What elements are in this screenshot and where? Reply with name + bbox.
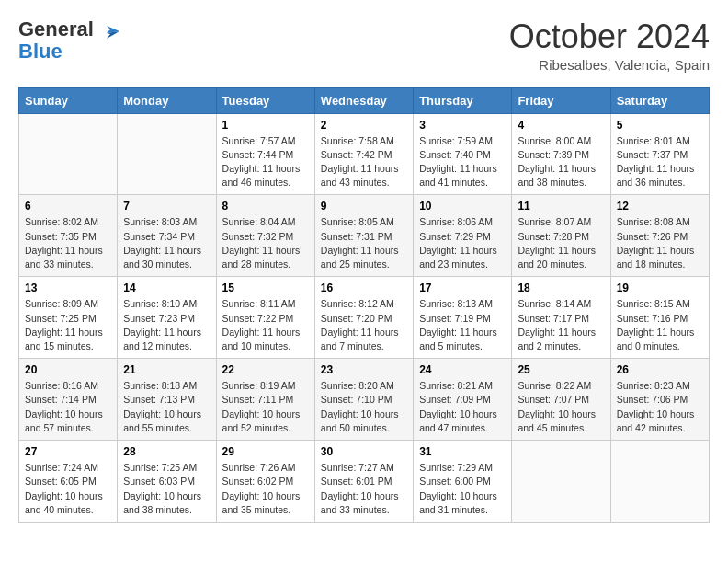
location: Ribesalbes, Valencia, Spain xyxy=(509,57,710,73)
calendar-cell: 9Sunrise: 8:05 AM Sunset: 7:31 PM Daylig… xyxy=(314,195,413,277)
calendar-cell xyxy=(19,113,118,195)
day-info: Sunrise: 8:19 AM Sunset: 7:11 PM Dayligh… xyxy=(222,379,309,435)
day-info: Sunrise: 8:16 AM Sunset: 7:14 PM Dayligh… xyxy=(25,379,111,435)
logo-bird-icon xyxy=(99,24,119,40)
day-number: 16 xyxy=(321,282,407,294)
day-info: Sunrise: 8:10 AM Sunset: 7:23 PM Dayligh… xyxy=(123,297,210,353)
day-info: Sunrise: 8:18 AM Sunset: 7:13 PM Dayligh… xyxy=(123,379,210,435)
day-number: 31 xyxy=(419,445,506,458)
calendar-cell: 23Sunrise: 8:20 AM Sunset: 7:10 PM Dayli… xyxy=(314,359,413,441)
day-info: Sunrise: 8:15 AM Sunset: 7:16 PM Dayligh… xyxy=(617,297,703,353)
day-info: Sunrise: 8:07 AM Sunset: 7:28 PM Dayligh… xyxy=(518,215,604,271)
calendar-cell xyxy=(512,441,610,523)
calendar-cell: 30Sunrise: 7:27 AM Sunset: 6:01 PM Dayli… xyxy=(314,441,413,523)
day-info: Sunrise: 8:20 AM Sunset: 7:10 PM Dayligh… xyxy=(321,379,407,435)
day-info: Sunrise: 8:22 AM Sunset: 7:07 PM Dayligh… xyxy=(518,379,604,435)
day-info: Sunrise: 8:13 AM Sunset: 7:19 PM Dayligh… xyxy=(419,297,506,353)
calendar-week-2: 6Sunrise: 8:02 AM Sunset: 7:35 PM Daylig… xyxy=(19,195,710,277)
day-number: 19 xyxy=(617,282,703,294)
calendar-week-5: 27Sunrise: 7:24 AM Sunset: 6:05 PM Dayli… xyxy=(19,441,710,523)
day-info: Sunrise: 8:01 AM Sunset: 7:37 PM Dayligh… xyxy=(617,134,703,190)
calendar-cell: 29Sunrise: 7:26 AM Sunset: 6:02 PM Dayli… xyxy=(216,441,314,523)
day-number: 8 xyxy=(222,200,309,213)
calendar-cell: 22Sunrise: 8:19 AM Sunset: 7:11 PM Dayli… xyxy=(216,359,314,441)
calendar-cell: 12Sunrise: 8:08 AM Sunset: 7:26 PM Dayli… xyxy=(610,195,709,277)
calendar-cell xyxy=(118,113,216,195)
calendar-cell: 14Sunrise: 8:10 AM Sunset: 7:23 PM Dayli… xyxy=(118,277,216,359)
day-info: Sunrise: 8:08 AM Sunset: 7:26 PM Dayligh… xyxy=(617,215,703,271)
day-info: Sunrise: 8:05 AM Sunset: 7:31 PM Dayligh… xyxy=(321,215,407,271)
day-info: Sunrise: 7:24 AM Sunset: 6:05 PM Dayligh… xyxy=(25,461,111,517)
day-info: Sunrise: 7:29 AM Sunset: 6:00 PM Dayligh… xyxy=(419,461,506,517)
page-header: General Blue October 2024 Ribesalbes, Va… xyxy=(18,18,710,73)
day-number: 13 xyxy=(25,282,111,294)
weekday-header-sunday: Sunday xyxy=(19,87,118,113)
day-number: 15 xyxy=(222,282,309,294)
day-info: Sunrise: 8:09 AM Sunset: 7:25 PM Dayligh… xyxy=(25,297,111,353)
weekday-header-wednesday: Wednesday xyxy=(314,87,413,113)
month-title: October 2024 xyxy=(509,18,710,55)
calendar-table: SundayMondayTuesdayWednesdayThursdayFrid… xyxy=(18,87,710,523)
day-info: Sunrise: 7:58 AM Sunset: 7:42 PM Dayligh… xyxy=(321,134,407,190)
day-number: 28 xyxy=(123,445,210,458)
day-info: Sunrise: 7:26 AM Sunset: 6:02 PM Dayligh… xyxy=(222,461,309,517)
day-number: 5 xyxy=(617,119,703,132)
day-number: 29 xyxy=(222,445,309,458)
calendar-cell: 21Sunrise: 8:18 AM Sunset: 7:13 PM Dayli… xyxy=(118,359,216,441)
calendar-cell: 5Sunrise: 8:01 AM Sunset: 7:37 PM Daylig… xyxy=(610,113,709,195)
day-number: 25 xyxy=(518,363,604,376)
day-info: Sunrise: 8:21 AM Sunset: 7:09 PM Dayligh… xyxy=(419,379,506,435)
day-number: 10 xyxy=(419,200,506,213)
calendar-cell: 4Sunrise: 8:00 AM Sunset: 7:39 PM Daylig… xyxy=(512,113,610,195)
logo-text: General xyxy=(18,18,119,40)
day-number: 23 xyxy=(321,363,407,376)
calendar-cell: 6Sunrise: 8:02 AM Sunset: 7:35 PM Daylig… xyxy=(19,195,118,277)
calendar-cell: 15Sunrise: 8:11 AM Sunset: 7:22 PM Dayli… xyxy=(216,277,314,359)
day-info: Sunrise: 8:03 AM Sunset: 7:34 PM Dayligh… xyxy=(123,215,210,271)
calendar-cell: 31Sunrise: 7:29 AM Sunset: 6:00 PM Dayli… xyxy=(414,441,512,523)
day-info: Sunrise: 8:12 AM Sunset: 7:20 PM Dayligh… xyxy=(321,297,407,353)
day-number: 30 xyxy=(321,445,407,458)
logo-line2: Blue xyxy=(18,40,63,63)
weekday-header-thursday: Thursday xyxy=(414,87,512,113)
day-number: 12 xyxy=(617,200,703,213)
day-info: Sunrise: 7:25 AM Sunset: 6:03 PM Dayligh… xyxy=(123,461,210,517)
weekday-header-tuesday: Tuesday xyxy=(216,87,314,113)
calendar-cell: 28Sunrise: 7:25 AM Sunset: 6:03 PM Dayli… xyxy=(118,441,216,523)
day-number: 26 xyxy=(617,363,703,376)
calendar-cell: 3Sunrise: 7:59 AM Sunset: 7:40 PM Daylig… xyxy=(414,113,512,195)
day-number: 21 xyxy=(123,363,210,376)
calendar-week-4: 20Sunrise: 8:16 AM Sunset: 7:14 PM Dayli… xyxy=(19,359,710,441)
day-number: 7 xyxy=(123,200,210,213)
weekday-header-saturday: Saturday xyxy=(610,87,709,113)
calendar-cell: 17Sunrise: 8:13 AM Sunset: 7:19 PM Dayli… xyxy=(414,277,512,359)
calendar-cell: 13Sunrise: 8:09 AM Sunset: 7:25 PM Dayli… xyxy=(19,277,118,359)
day-info: Sunrise: 8:02 AM Sunset: 7:35 PM Dayligh… xyxy=(25,215,111,271)
day-info: Sunrise: 8:04 AM Sunset: 7:32 PM Dayligh… xyxy=(222,215,309,271)
calendar-cell: 26Sunrise: 8:23 AM Sunset: 7:06 PM Dayli… xyxy=(610,359,709,441)
day-number: 4 xyxy=(518,119,604,132)
day-number: 11 xyxy=(518,200,604,213)
day-number: 18 xyxy=(518,282,604,294)
day-number: 14 xyxy=(123,282,210,294)
calendar-cell: 24Sunrise: 8:21 AM Sunset: 7:09 PM Dayli… xyxy=(414,359,512,441)
calendar-cell: 27Sunrise: 7:24 AM Sunset: 6:05 PM Dayli… xyxy=(19,441,118,523)
calendar-week-3: 13Sunrise: 8:09 AM Sunset: 7:25 PM Dayli… xyxy=(19,277,710,359)
day-number: 1 xyxy=(222,119,309,132)
calendar-cell: 7Sunrise: 8:03 AM Sunset: 7:34 PM Daylig… xyxy=(118,195,216,277)
calendar-cell: 16Sunrise: 8:12 AM Sunset: 7:20 PM Dayli… xyxy=(314,277,413,359)
day-number: 3 xyxy=(419,119,506,132)
calendar-cell: 10Sunrise: 8:06 AM Sunset: 7:29 PM Dayli… xyxy=(414,195,512,277)
day-number: 17 xyxy=(419,282,506,294)
weekday-header-friday: Friday xyxy=(512,87,610,113)
day-number: 9 xyxy=(321,200,407,213)
calendar-cell: 25Sunrise: 8:22 AM Sunset: 7:07 PM Dayli… xyxy=(512,359,610,441)
calendar-cell: 11Sunrise: 8:07 AM Sunset: 7:28 PM Dayli… xyxy=(512,195,610,277)
day-number: 24 xyxy=(419,363,506,376)
title-block: October 2024 Ribesalbes, Valencia, Spain xyxy=(509,18,710,73)
day-info: Sunrise: 7:27 AM Sunset: 6:01 PM Dayligh… xyxy=(321,461,407,517)
calendar-cell: 20Sunrise: 8:16 AM Sunset: 7:14 PM Dayli… xyxy=(19,359,118,441)
calendar-cell: 1Sunrise: 7:57 AM Sunset: 7:44 PM Daylig… xyxy=(216,113,314,195)
day-info: Sunrise: 8:14 AM Sunset: 7:17 PM Dayligh… xyxy=(518,297,604,353)
day-info: Sunrise: 8:00 AM Sunset: 7:39 PM Dayligh… xyxy=(518,134,604,190)
